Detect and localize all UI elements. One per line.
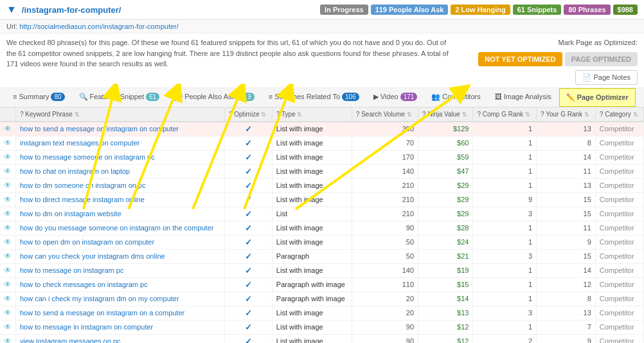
- eye-icon[interactable]: 👁: [4, 124, 12, 133]
- eye-icon[interactable]: 👁: [4, 322, 12, 331]
- col-sort-volume[interactable]: ⇅: [407, 111, 412, 118]
- cell-your-rank: 14: [537, 150, 596, 164]
- page-notes-button[interactable]: 📄 Page Notes: [575, 70, 638, 85]
- cell-eye[interactable]: 👁: [0, 207, 16, 221]
- cell-eye[interactable]: 👁: [0, 235, 16, 249]
- tab-summary[interactable]: ≡ Summary 80: [6, 88, 71, 107]
- tab-image-analysis[interactable]: 🖼 Image Analysis: [488, 88, 558, 106]
- col-sort-comp[interactable]: ⇅: [525, 111, 530, 118]
- cell-type: Paragraph: [272, 249, 352, 263]
- badge-lowhanging: 2 Low Hanging: [451, 5, 510, 15]
- keyword-link[interactable]: how to direct message instagram online: [20, 196, 145, 203]
- cell-comp-rank: 1: [473, 150, 537, 164]
- keyword-link[interactable]: how do you message someone on instagram …: [20, 224, 213, 232]
- eye-icon[interactable]: 👁: [4, 181, 12, 190]
- cell-eye[interactable]: 👁: [0, 306, 16, 320]
- cell-comp-rank: 1: [473, 277, 537, 292]
- url-link[interactable]: http://socialmediasun.com/instagram-for-…: [19, 23, 179, 30]
- cell-eye[interactable]: 👁: [0, 178, 16, 192]
- page-optimized-button[interactable]: PAGE OPTIMIZED: [565, 52, 638, 66]
- cell-type: List with image: [272, 192, 352, 207]
- not-optimized-button[interactable]: NOT YET OPTIMIZED: [478, 52, 562, 66]
- keyword-link[interactable]: how to dm someone on instagram on pc: [20, 181, 146, 189]
- col-header-optimize[interactable]: ? Optimize ⇅: [224, 107, 272, 122]
- eye-icon[interactable]: 👁: [4, 252, 12, 261]
- keyword-link[interactable]: how can you check your instagram dms onl…: [20, 252, 165, 260]
- col-sort-ninja[interactable]: ⇅: [462, 111, 467, 118]
- keyword-link[interactable]: how to check messages on instagram pc: [20, 281, 148, 288]
- cell-optimize: ✓: [224, 164, 272, 178]
- keyword-link[interactable]: how to send a message on instagram on co…: [20, 125, 179, 133]
- cell-ninja: $12: [418, 320, 473, 334]
- cell-comp-rank: 1: [473, 136, 537, 150]
- col-sort-type[interactable]: ⇅: [297, 111, 302, 118]
- keyword-link[interactable]: how to message in instagram on computer: [20, 323, 153, 331]
- eye-icon[interactable]: 👁: [4, 308, 12, 317]
- col-header-your-rank[interactable]: ? Your G Rank ⇅: [537, 107, 596, 122]
- tab-competitors[interactable]: 👥 Competitors: [425, 88, 487, 107]
- eye-icon[interactable]: 👁: [4, 266, 12, 275]
- col-sort-category[interactable]: ⇅: [633, 111, 638, 118]
- url-label: Url:: [6, 23, 17, 30]
- table-row: 👁 how to open dm on instagram on compute…: [0, 235, 644, 249]
- eye-icon[interactable]: 👁: [4, 280, 12, 289]
- col-header-keyword[interactable]: ? Keyword Phrase ⇅: [16, 107, 225, 122]
- cell-keyword: how can i check my instagram dm on my co…: [16, 292, 225, 306]
- cell-keyword: how to send a message on instagram on co…: [16, 122, 225, 136]
- eye-icon[interactable]: 👁: [4, 167, 12, 176]
- cell-eye[interactable]: 👁: [0, 150, 16, 164]
- cell-eye[interactable]: 👁: [0, 136, 16, 150]
- tab-searches-related[interactable]: ≡ Searches Related To 106: [262, 88, 366, 107]
- cell-eye[interactable]: 👁: [0, 192, 16, 207]
- tab-featured-snippet[interactable]: 🔍 Featured Snippet 61: [73, 88, 166, 107]
- cell-eye[interactable]: 👁: [0, 164, 16, 178]
- tabs-bar: ≡ Summary 80 🔍 Featured Snippet 61 💬 Peo…: [0, 88, 644, 107]
- tab-video[interactable]: ▶ Video 171: [367, 88, 424, 107]
- col-header-comp-rank[interactable]: ? Comp G Rank ⇅: [473, 107, 537, 122]
- eye-icon[interactable]: 👁: [4, 294, 12, 303]
- tab-video-count: 171: [400, 93, 418, 101]
- col-header-category[interactable]: ? Category ⇅: [595, 107, 643, 122]
- col-sort-optimize[interactable]: ⇅: [261, 111, 266, 118]
- cell-eye[interactable]: 👁: [0, 263, 16, 277]
- col-sort-your[interactable]: ⇅: [584, 111, 589, 118]
- tab-exports[interactable]: ⬆ Exports ▾: [637, 88, 644, 107]
- keyword-link[interactable]: how to chat on instagram on laptop: [20, 167, 130, 175]
- tab-page-optimizer[interactable]: ✏️ Page Optimizer: [559, 88, 636, 107]
- eye-icon[interactable]: 👁: [4, 237, 12, 246]
- keyword-link[interactable]: how can i check my instagram dm on my co…: [20, 295, 179, 302]
- cell-eye[interactable]: 👁: [0, 292, 16, 306]
- keyword-link[interactable]: how to open dm on instagram on computer: [20, 238, 154, 246]
- cell-eye[interactable]: 👁: [0, 334, 16, 343]
- keyword-link[interactable]: how to dm on instagram website: [20, 210, 121, 218]
- keyword-link[interactable]: how to message someone on instagram pc: [20, 153, 155, 161]
- eye-icon[interactable]: 👁: [4, 153, 12, 162]
- cell-type: List with image: [272, 263, 352, 277]
- cell-eye[interactable]: 👁: [0, 277, 16, 292]
- eye-icon[interactable]: 👁: [4, 223, 12, 232]
- col-sort-keyword[interactable]: ⇅: [75, 111, 80, 118]
- col-header-type[interactable]: ? Type ⇅: [272, 107, 352, 122]
- eye-icon[interactable]: 👁: [4, 195, 12, 204]
- col-header-volume[interactable]: ? Search Volume ⇅: [352, 107, 418, 122]
- cell-eye[interactable]: 👁: [0, 122, 16, 136]
- cell-optimize: ✓: [224, 235, 272, 249]
- cell-volume: 210: [352, 192, 418, 207]
- cell-optimize: ✓: [224, 334, 272, 343]
- cell-volume: 110: [352, 277, 418, 292]
- tab-people-also-ask[interactable]: 💬 People Also Ask 119: [167, 88, 261, 107]
- eye-icon[interactable]: 👁: [4, 209, 12, 218]
- eye-icon[interactable]: 👁: [4, 138, 12, 147]
- cell-eye[interactable]: 👁: [0, 249, 16, 263]
- cell-ninja: $19: [418, 263, 473, 277]
- keyword-link[interactable]: how to message on instagram pc: [20, 266, 123, 274]
- cell-eye[interactable]: 👁: [0, 221, 16, 235]
- keyword-link[interactable]: how to send a message on instagram on a …: [20, 309, 184, 317]
- tab-video-icon: ▶: [373, 93, 379, 101]
- cell-eye[interactable]: 👁: [0, 320, 16, 334]
- eye-icon[interactable]: 👁: [4, 337, 12, 343]
- cell-volume: 90: [352, 320, 418, 334]
- keyword-link[interactable]: instagram text messages on computer: [20, 139, 139, 147]
- keyword-link[interactable]: view instagram messages on pc: [20, 337, 121, 343]
- col-header-ninja[interactable]: ? Ninja Value ⇅: [418, 107, 473, 122]
